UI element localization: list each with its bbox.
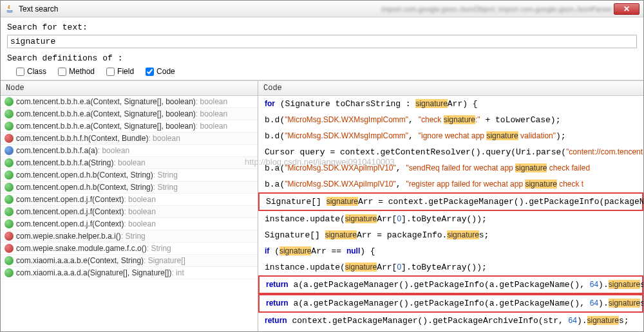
code-line[interactable]: instance.update(signatureArr[0].toByteAr…: [258, 259, 643, 275]
code-line[interactable]: return a(a.getPackageManager().getPackag…: [258, 294, 643, 313]
node-row[interactable]: com.tencent.b.b.h.f.a(String) : boolean: [1, 157, 258, 169]
check-method[interactable]: Method: [58, 67, 95, 76]
method-icon: [5, 207, 14, 216]
code-line[interactable]: Signature[] signatureArr = context.getPa…: [258, 192, 643, 211]
definitions-label: Search definitions of :: [7, 53, 637, 63]
node-signature: com.tencent.open.d.j.f(Context): [16, 195, 124, 204]
close-button[interactable]: ✕: [614, 3, 639, 15]
search-label: Search for text:: [7, 23, 637, 32]
node-signature: com.tencent.b.b.h.e.a(Context, Signature…: [16, 109, 196, 118]
code-line[interactable]: instance.update(signatureArr[0].toByteAr…: [258, 211, 643, 227]
node-rows[interactable]: com.tencent.b.b.h.e.a(Context, Signature…: [1, 96, 258, 331]
node-signature: com.tencent.open.d.h.b(Context, String): [16, 183, 153, 192]
definition-checks: Class Method Field Code: [7, 67, 637, 76]
node-return-type: : boolean: [196, 109, 227, 118]
node-return-type: : boolean: [124, 207, 155, 216]
check-field[interactable]: Field: [106, 67, 134, 76]
node-signature: com.tencent.b.b.h.f.h(Context, Bundle): [16, 134, 148, 143]
node-signature: com.tencent.b.b.h.f.a(String): [16, 158, 113, 167]
node-row[interactable]: com.wepie.snake.helper.b.a.i() : String: [1, 230, 258, 243]
node-row[interactable]: com.tencent.b.b.h.e.a(Context, Signature…: [1, 120, 258, 133]
method-icon: [5, 171, 14, 180]
blurred-header-text: import com.google.gson.JsonObject; impor…: [381, 5, 614, 13]
code-header: Code: [258, 81, 643, 96]
node-return-type: : String: [121, 232, 146, 241]
node-signature: com.tencent.b.b.h.f.a(a): [16, 146, 98, 155]
node-return-type: : boolean: [113, 158, 145, 167]
node-row[interactable]: com.tencent.b.b.h.f.h(Context, Bundle) :…: [1, 133, 258, 145]
node-row[interactable]: com.tencent.open.d.h.b(Context, String) …: [1, 181, 258, 194]
node-return-type: : boolean: [124, 195, 155, 204]
code-line[interactable]: b.a("MicroMsg.SDK.WXApiImplV10", "sendRe…: [258, 160, 643, 176]
code-line[interactable]: Signature[] signatureArr = packageInfo.s…: [258, 227, 643, 243]
node-row[interactable]: com.tencent.b.b.h.e.a(Context, Signature…: [1, 96, 258, 108]
node-row[interactable]: com.xiaomi.a.a.a.b.e(Context, String) : …: [1, 255, 258, 267]
method-icon: [5, 146, 14, 155]
node-return-type: : Signature[]: [144, 256, 185, 265]
node-return-type: : boolean: [98, 146, 129, 155]
node-row[interactable]: com.xiaomi.a.a.a.d.a(Signature[], Signat…: [1, 267, 258, 279]
close-icon: ✕: [623, 5, 630, 14]
node-return-type: : String: [153, 183, 178, 192]
node-return-type: : String: [147, 244, 171, 253]
code-line[interactable]: b.d("MicroMsg.SDK.WXMsgImplComm", "check…: [258, 112, 643, 128]
method-icon: [5, 158, 14, 167]
method-icon: [5, 219, 14, 228]
method-icon: [5, 232, 14, 241]
node-signature: com.wepie.snake.module.game.f.c.o(): [16, 244, 147, 253]
search-input[interactable]: [7, 35, 637, 48]
node-signature: com.wepie.snake.helper.b.a.i(): [16, 232, 121, 241]
code-rows[interactable]: for (Signature toCharsString : signature…: [258, 96, 643, 331]
check-class[interactable]: Class: [16, 67, 46, 76]
checkbox-code[interactable]: [146, 68, 154, 76]
code-line[interactable]: Cursor query = context.getContentResolve…: [258, 144, 643, 160]
search-panel: Search for text: Search definitions of :…: [1, 17, 643, 80]
method-icon: [5, 268, 14, 277]
node-return-type: : boolean: [196, 122, 227, 131]
check-code[interactable]: Code: [146, 67, 175, 76]
node-signature: com.tencent.open.d.j.f(Context): [16, 219, 124, 228]
checkbox-class[interactable]: [16, 68, 24, 76]
method-icon: [5, 195, 14, 204]
node-row[interactable]: com.tencent.open.d.j.f(Context) : boolea…: [1, 218, 258, 230]
method-icon: [5, 109, 14, 118]
method-icon: [5, 244, 14, 253]
checkbox-method[interactable]: [58, 68, 66, 76]
results-split: Node com.tencent.b.b.h.e.a(Context, Sign…: [1, 80, 643, 331]
node-row[interactable]: com.tencent.open.d.h.b(Context, String) …: [1, 169, 258, 181]
node-signature: com.tencent.open.d.j.f(Context): [16, 207, 124, 216]
node-header: Node: [1, 81, 258, 96]
node-return-type: : int: [171, 268, 184, 277]
method-icon: [5, 183, 14, 192]
node-row[interactable]: com.tencent.open.d.j.f(Context) : boolea…: [1, 206, 258, 218]
node-return-type: : boolean: [196, 97, 227, 106]
code-line[interactable]: public static int a(Signature[] signatur…: [258, 329, 643, 331]
node-signature: com.tencent.b.b.h.e.a(Context, Signature…: [16, 97, 196, 106]
method-icon: [5, 97, 14, 106]
code-pane: Code for (Signature toCharsString : sign…: [258, 81, 643, 331]
node-row[interactable]: com.tencent.b.b.h.e.a(Context, Signature…: [1, 108, 258, 120]
code-line[interactable]: return a(a.getPackageManager().getPackag…: [258, 275, 643, 294]
node-return-type: : boolean: [124, 219, 155, 228]
method-icon: [5, 256, 14, 265]
node-signature: com.tencent.b.b.h.e.a(Context, Signature…: [16, 122, 196, 131]
method-icon: [5, 134, 14, 143]
node-return-type: : boolean: [148, 134, 180, 143]
code-line[interactable]: b.a("MicroMsg.SDK.WXApiImplV10", "regist…: [258, 176, 643, 192]
code-line[interactable]: for (Signature toCharsString : signature…: [258, 96, 643, 112]
node-signature: com.xiaomi.a.a.a.b.e(Context, String): [16, 256, 144, 265]
code-line[interactable]: b.d("MicroMsg.SDK.WXMsgImplComm", "ignor…: [258, 128, 643, 144]
titlebar[interactable]: Text search import com.google.gson.JsonO…: [1, 1, 643, 17]
window-title: Text search: [19, 5, 381, 14]
node-signature: com.xiaomi.a.a.a.d.a(Signature[], Signat…: [16, 268, 171, 277]
node-row[interactable]: com.tencent.b.b.h.f.a(a) : boolean: [1, 145, 258, 157]
java-icon: [5, 4, 15, 14]
code-line[interactable]: if (signatureArr == null) {: [258, 243, 643, 259]
node-row[interactable]: com.wepie.snake.module.game.f.c.o() : St…: [1, 243, 258, 255]
node-return-type: : String: [153, 171, 178, 180]
code-line[interactable]: return context.getPackageManager().getPa…: [258, 313, 643, 329]
method-icon: [5, 122, 14, 131]
node-row[interactable]: com.tencent.open.d.j.f(Context) : boolea…: [1, 194, 258, 206]
checkbox-field[interactable]: [106, 68, 115, 76]
node-pane: Node com.tencent.b.b.h.e.a(Context, Sign…: [1, 81, 258, 331]
